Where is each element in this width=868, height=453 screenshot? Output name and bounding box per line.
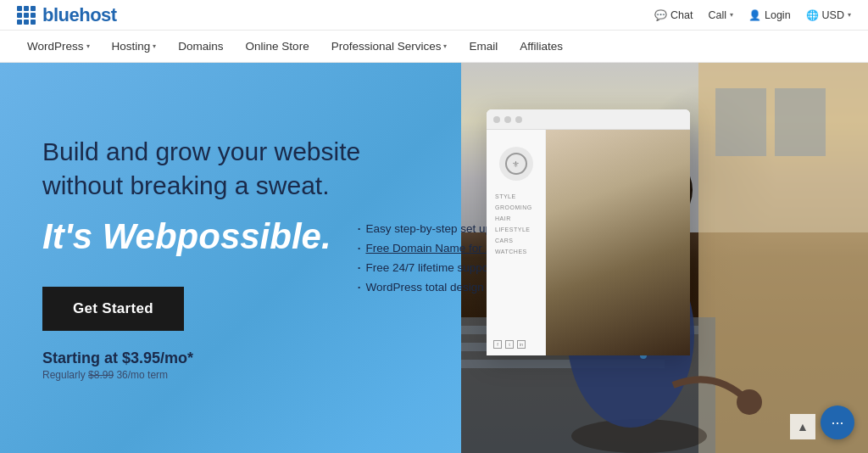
globe-icon: 🌐 <box>806 9 819 21</box>
nav-label-online-store: Online Store <box>246 40 309 53</box>
pricing-area: Starting at $3.95/mo* Regularly $8.99 36… <box>42 350 415 381</box>
price-regular-value: $8.99 <box>88 369 114 381</box>
currency-label: USD <box>822 9 844 21</box>
browser-nav-lifestyle: LIFESTYLE <box>495 224 537 235</box>
browser-logo: ⚜ <box>499 147 533 181</box>
scroll-top-button[interactable]: ▲ <box>790 414 815 439</box>
twitter-icon: t <box>505 340 514 349</box>
chat-bubble-button[interactable]: ··· <box>821 405 854 439</box>
browser-dot-2 <box>504 116 511 123</box>
nav-label-wordpress: WordPress <box>27 40 84 53</box>
login-label: Login <box>765 9 791 21</box>
price-regular-label: Regularly <box>42 369 86 381</box>
logo-grid-icon <box>17 6 36 25</box>
price-regular: Regularly $8.99 36/mo term <box>42 369 415 381</box>
browser-content: ⚜ STYLE GROOMING HAIR LIFESTYLE CARS WAT… <box>487 130 690 355</box>
call-arrow: ▾ <box>730 11 733 19</box>
person-icon: 👤 <box>748 9 761 21</box>
browser-dot-3 <box>515 116 522 123</box>
nav-item-affiliates[interactable]: Affiliates <box>509 35 573 58</box>
browser-bar <box>487 109 690 130</box>
top-bar-right: 💬 Chat Call ▾ 👤 Login 🌐 USD ▾ <box>654 9 851 21</box>
nav-item-email[interactable]: Email <box>459 35 508 58</box>
browser-nav-style: STYLE <box>495 191 537 202</box>
chat-label: Chat <box>670 9 693 21</box>
browser-nav-grooming: GROOMING <box>495 202 537 213</box>
price-main: Starting at $3.95/mo* <box>42 350 415 367</box>
nav-label-professional-services: Professional Services <box>331 40 442 53</box>
nav-item-professional-services[interactable]: Professional Services ▾ <box>321 35 458 58</box>
browser-mockup: ⚜ STYLE GROOMING HAIR LIFESTYLE CARS WAT… <box>487 109 690 355</box>
hero-tagline: Build and grow your websitewithout break… <box>42 135 415 204</box>
instagram-icon: in <box>517 340 526 349</box>
browser-nav-hair: HAIR <box>495 213 537 224</box>
browser-nav-list: STYLE GROOMING HAIR LIFESTYLE CARS WATCH… <box>495 191 537 257</box>
nav-arrow-wordpress: ▾ <box>86 42 90 50</box>
browser-sidebar: ⚜ STYLE GROOMING HAIR LIFESTYLE CARS WAT… <box>487 130 546 355</box>
nav-item-online-store[interactable]: Online Store <box>236 35 320 58</box>
chat-link[interactable]: 💬 Chat <box>654 9 693 21</box>
browser-nav-watches: WATCHES <box>495 246 537 257</box>
nav-label-email: Email <box>469 40 498 53</box>
scroll-top-icon: ▲ <box>797 420 809 433</box>
nav-label-domains: Domains <box>178 40 223 53</box>
call-label: Call <box>708 9 726 21</box>
nav-label-hosting: Hosting <box>112 40 151 53</box>
nav-item-domains[interactable]: Domains <box>168 35 233 58</box>
browser-social-icons: f t in <box>493 340 526 349</box>
nav-arrow-hosting: ▾ <box>153 42 156 50</box>
browser-main-content <box>546 130 690 355</box>
browser-logo-inner: ⚜ <box>505 153 527 175</box>
nav-label-affiliates: Affiliates <box>520 40 563 53</box>
main-nav: WordPress ▾ Hosting ▾ Domains Online Sto… <box>0 31 868 63</box>
logo-area[interactable]: bluehost <box>17 4 117 26</box>
browser-nav-cars: CARS <box>495 235 537 246</box>
price-term: 36/mo term <box>116 369 168 381</box>
login-link[interactable]: 👤 Login <box>748 9 791 21</box>
currency-arrow: ▾ <box>848 11 851 19</box>
nav-item-wordpress[interactable]: WordPress ▾ <box>17 35 100 58</box>
hero-section: Build and grow your websitewithout break… <box>0 63 868 453</box>
logo-text[interactable]: bluehost <box>42 4 117 26</box>
chat-icon: 💬 <box>654 9 667 21</box>
browser-dot-1 <box>493 116 500 123</box>
svg-rect-3 <box>715 88 766 156</box>
get-started-button[interactable]: Get Started <box>42 287 184 331</box>
svg-point-27 <box>737 389 762 415</box>
nav-arrow-professional-services: ▾ <box>443 42 447 50</box>
call-link[interactable]: Call ▾ <box>708 9 733 21</box>
chat-bubble-icon: ··· <box>831 414 843 432</box>
currency-selector[interactable]: 🌐 USD ▾ <box>806 9 851 21</box>
svg-rect-4 <box>775 88 826 156</box>
facebook-icon: f <box>493 340 502 349</box>
top-bar: bluehost 💬 Chat Call ▾ 👤 Login 🌐 USD ▾ <box>0 0 868 31</box>
nav-item-hosting[interactable]: Hosting ▾ <box>102 35 167 58</box>
